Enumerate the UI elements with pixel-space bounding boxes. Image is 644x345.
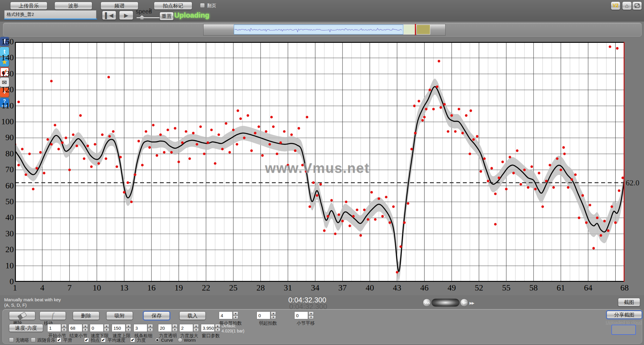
beat-points-checkbox[interactable]: ✔ <box>84 338 89 342</box>
waveform-region-green[interactable] <box>403 25 415 34</box>
home-icon[interactable]: ⌂ <box>622 1 632 10</box>
waveform-region-olive[interactable] <box>416 25 430 34</box>
window-param-arrows[interactable]: ▲▼ <box>215 324 220 332</box>
dyn-alpha-input[interactable]: 20 <box>158 324 172 332</box>
dynamics-checkbox[interactable]: ✔ <box>130 338 135 342</box>
curve-radio[interactable] <box>155 338 160 342</box>
tempo-min-down[interactable]: ▼ <box>104 328 109 332</box>
load-button[interactable]: 载入 <box>179 311 206 320</box>
measure-shift-input[interactable]: 0 <box>294 311 308 319</box>
move-button[interactable]: ʃ <box>40 311 66 320</box>
dyn-alpha-up[interactable]: ▲ <box>172 324 178 328</box>
measure-shift-arrows[interactable]: ▲▼ <box>308 311 314 319</box>
end-measure-down[interactable]: ▼ <box>83 328 88 332</box>
share-link-box[interactable] <box>611 325 636 335</box>
y-tick-label: 90 <box>0 133 14 142</box>
beats-per-measure-input[interactable]: 4 <box>219 311 233 319</box>
tempo-max-input[interactable]: 150 <box>112 324 125 332</box>
beat-mark-button[interactable]: 拍点标记 <box>154 2 192 10</box>
window-param-down[interactable]: ▼ <box>215 328 220 332</box>
tempo-max-arrows[interactable]: ▲▼ <box>126 324 131 332</box>
share-screenshot-button[interactable]: 分享截图 <box>607 311 642 319</box>
volume-slider[interactable] <box>431 299 460 307</box>
x-tick-label: 55 <box>497 283 515 293</box>
dyn-scale-input[interactable]: 2 <box>179 324 193 332</box>
y-tick-label: 110 <box>0 101 14 111</box>
line-width-down[interactable]: ▼ <box>148 328 153 332</box>
erase-button[interactable] <box>9 311 35 320</box>
snap-button[interactable]: 吸附 <box>106 311 133 320</box>
beat-dot <box>217 133 220 136</box>
beats-per-measure-arrows[interactable]: ▲▼ <box>233 311 238 319</box>
tempo-min-arrows[interactable]: ▲▼ <box>104 324 109 332</box>
line-width-input[interactable]: 3 <box>134 324 147 332</box>
beats-per-measure-up[interactable]: ▲ <box>233 311 238 315</box>
beat-dot <box>97 162 100 165</box>
tempo-min-up[interactable]: ▲ <box>104 324 109 328</box>
pickup-beats-input[interactable]: 0 <box>257 311 270 319</box>
measure-shift-down[interactable]: ▼ <box>308 315 314 319</box>
beat-dot <box>225 122 228 125</box>
pickup-beats-down[interactable]: ▼ <box>271 315 276 319</box>
beat-dot <box>257 125 260 128</box>
pickup-beats-arrows[interactable]: ▲▼ <box>271 311 276 319</box>
filename-input[interactable]: 格式转换_普2 <box>4 10 96 19</box>
end-measure-arrows[interactable]: ▲▼ <box>83 324 88 332</box>
line-width-up[interactable]: ▲ <box>148 324 153 328</box>
beat-dot <box>279 141 282 144</box>
no-click-checkbox[interactable] <box>9 338 14 342</box>
start-measure-arrows[interactable]: ▲▼ <box>61 324 67 332</box>
delete-button[interactable]: 删除 <box>73 311 99 320</box>
smooth-checkbox[interactable]: ✔ <box>57 338 61 342</box>
end-measure-up[interactable]: ▲ <box>83 324 88 328</box>
dyn-scale-down[interactable]: ▼ <box>193 328 199 332</box>
pickup-beats-up[interactable]: ▲ <box>271 311 276 315</box>
start-measure-up[interactable]: ▲ <box>61 324 67 328</box>
tempo-dynamics-button[interactable]: 速度-力度 <box>9 324 43 332</box>
beat-dot <box>192 132 195 134</box>
playhead-line[interactable] <box>415 24 416 35</box>
worm-radio[interactable] <box>178 338 182 342</box>
audio-wave-icon[interactable] <box>460 299 468 307</box>
beat-dot <box>389 221 391 224</box>
upload-music-button[interactable]: 上传音乐 <box>10 2 47 10</box>
beat-dot <box>316 194 319 197</box>
flip-page-checkbox[interactable] <box>200 3 205 8</box>
measure-shift-up[interactable]: ▲ <box>308 311 314 315</box>
beat-dot <box>407 202 410 205</box>
line-width-arrows[interactable]: ▲▼ <box>148 324 153 332</box>
waveform-selection[interactable] <box>234 25 403 34</box>
screenshot-button[interactable]: 截图 <box>618 298 640 306</box>
version-button[interactable]: V2 <box>611 1 620 10</box>
dyn-scale-up[interactable]: ▲ <box>193 324 199 328</box>
beat-dot <box>396 271 398 274</box>
play-button[interactable]: ▶ <box>119 11 133 20</box>
beats-per-measure-down[interactable]: ▼ <box>233 315 238 319</box>
beat-dot <box>134 173 137 176</box>
tone-wave-icon[interactable] <box>423 299 431 307</box>
follow-music-checkbox[interactable] <box>31 338 36 342</box>
avg-tempo-checkbox[interactable]: ✔ <box>101 338 106 342</box>
beat-dot <box>196 143 198 146</box>
waveform-button[interactable]: 波形 <box>54 2 92 10</box>
fast-forward-icon[interactable]: ▶▶ <box>469 301 474 305</box>
window-param-up[interactable]: ▲ <box>215 324 220 328</box>
tempo-max-up[interactable]: ▲ <box>126 324 131 328</box>
window-param-input[interactable]: 3.9501 <box>201 324 215 332</box>
end-measure-input[interactable]: 68 <box>69 324 82 332</box>
beat-dot <box>330 199 333 202</box>
start-measure-input[interactable]: 1 <box>47 324 61 332</box>
tempo-max-down[interactable]: ▼ <box>126 328 131 332</box>
save-button[interactable]: 保存 <box>143 311 170 320</box>
dyn-alpha-down[interactable]: ▼ <box>172 328 178 332</box>
x-tick-label: 58 <box>525 283 543 293</box>
spectrum-button[interactable]: 频谱 <box>101 2 138 10</box>
reset-button[interactable]: 重置 <box>160 12 174 20</box>
dyn-scale-arrows[interactable]: ▲▼ <box>193 324 199 332</box>
beat-dot <box>163 151 166 154</box>
tempo-min-input[interactable]: 0 <box>90 324 104 332</box>
dyn-alpha-arrows[interactable]: ▲▼ <box>172 324 178 332</box>
start-measure-down[interactable]: ▼ <box>61 328 67 332</box>
rewind-button[interactable]: ▌◀ <box>102 11 116 20</box>
fullscreen-icon[interactable] <box>632 1 642 10</box>
